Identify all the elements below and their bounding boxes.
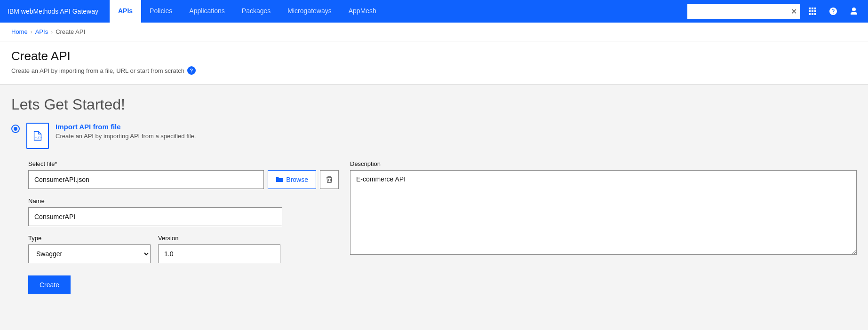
page-header: Create API Create an API by importing fr… [0,41,868,85]
form-grid: Select file* Browse [11,160,857,294]
import-option: </> Import API from file Create an API b… [11,123,857,149]
description-label: Description [350,160,857,167]
type-select[interactable]: Swagger REST SOAP OpenAPI [28,244,151,263]
import-text: Import API from file Create an API by im… [56,123,196,140]
page-title: Create API [11,49,857,63]
description-group: Description E-commerce API [350,160,857,256]
nav-links: APIs Policies Applications Packages Micr… [110,0,687,23]
version-input[interactable] [158,244,280,263]
name-input[interactable] [28,207,282,226]
version-label: Version [158,235,280,242]
svg-rect-3 [809,10,811,12]
nav-item-packages[interactable]: Packages [233,0,279,23]
nav-item-applications[interactable]: Applications [181,0,233,23]
trash-icon [326,176,333,183]
import-title: Import API from file [56,123,196,131]
file-input-row: Browse [28,170,339,189]
page-subtitle-text: Create an API by importing from a file, … [11,67,184,74]
search-box: ✕ [687,4,800,19]
svg-rect-8 [814,13,816,15]
import-description: Create an API by importing API from a sp… [56,133,196,140]
version-group: Version [158,235,280,263]
description-input[interactable]: E-commerce API [350,170,857,255]
name-label: Name [28,197,339,204]
delete-file-button[interactable] [320,170,339,189]
nav-item-policies[interactable]: Policies [141,0,181,23]
svg-text:</>: </> [35,135,42,140]
name-group: Name [28,197,339,226]
main-content: Lets Get Started! </> Import API from fi… [0,85,868,330]
form-left: Select file* Browse [28,160,339,294]
select-file-group: Select file* Browse [28,160,339,189]
import-radio-button[interactable] [11,125,20,133]
breadcrumb-apis[interactable]: APIs [35,28,48,35]
breadcrumb: Home › APIs › Create API [0,23,868,41]
apps-grid-icon[interactable] [804,3,821,20]
nav-right: ✕ [687,3,868,20]
svg-rect-1 [812,8,813,9]
form-right: Description E-commerce API [350,160,857,294]
svg-rect-7 [812,13,813,15]
help-icon[interactable] [825,3,842,20]
svg-rect-4 [812,10,813,12]
file-icon: </> [26,123,49,149]
app-brand: IBM webMethods API Gateway [8,8,98,15]
svg-rect-5 [814,10,816,12]
search-clear-button[interactable]: ✕ [787,5,800,18]
svg-rect-0 [809,8,811,9]
svg-rect-2 [814,8,816,9]
folder-icon [276,176,283,183]
type-group: Type Swagger REST SOAP OpenAPI [28,235,151,263]
radio-inner [14,127,17,131]
file-input[interactable] [28,170,264,189]
type-label: Type [28,235,151,242]
breadcrumb-current: Create API [56,28,85,35]
nav-item-appmesh[interactable]: AppMesh [340,0,385,23]
user-icon[interactable] [845,3,862,20]
svg-rect-6 [809,13,811,15]
browse-button[interactable]: Browse [268,170,316,189]
navbar: IBM webMethods API Gateway APIs Policies… [0,0,868,23]
section-title: Lets Get Started! [11,96,857,113]
breadcrumb-sep-2: › [51,29,53,35]
select-file-label: Select file* [28,160,339,167]
create-button[interactable]: Create [28,275,71,294]
nav-item-apis[interactable]: APIs [110,0,141,23]
breadcrumb-sep-1: › [31,29,32,35]
search-input[interactable] [687,4,787,19]
help-tooltip-icon[interactable]: ? [187,66,196,75]
type-version-row: Type Swagger REST SOAP OpenAPI Version [28,235,339,272]
breadcrumb-home[interactable]: Home [11,28,28,35]
page-subtitle: Create an API by importing from a file, … [11,66,857,75]
nav-item-microgateways[interactable]: Microgateways [279,0,340,23]
browse-label: Browse [286,176,308,183]
